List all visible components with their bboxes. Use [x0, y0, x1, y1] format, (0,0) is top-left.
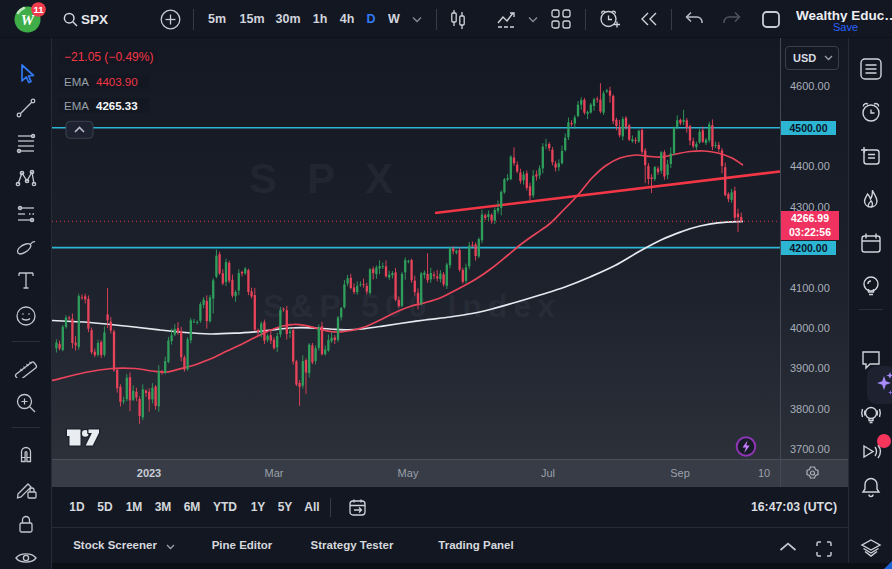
svg-text:11: 11 — [33, 4, 44, 15]
svg-text:4403.90: 4403.90 — [96, 76, 138, 88]
svg-text:SPX: SPX — [249, 155, 423, 202]
svg-text:EMA: EMA — [64, 100, 89, 112]
svg-text:EMA: EMA — [64, 76, 89, 88]
svg-text:4265.33: 4265.33 — [96, 100, 138, 112]
svg-text:−21.05 (−0.49%): −21.05 (−0.49%) — [64, 50, 153, 64]
